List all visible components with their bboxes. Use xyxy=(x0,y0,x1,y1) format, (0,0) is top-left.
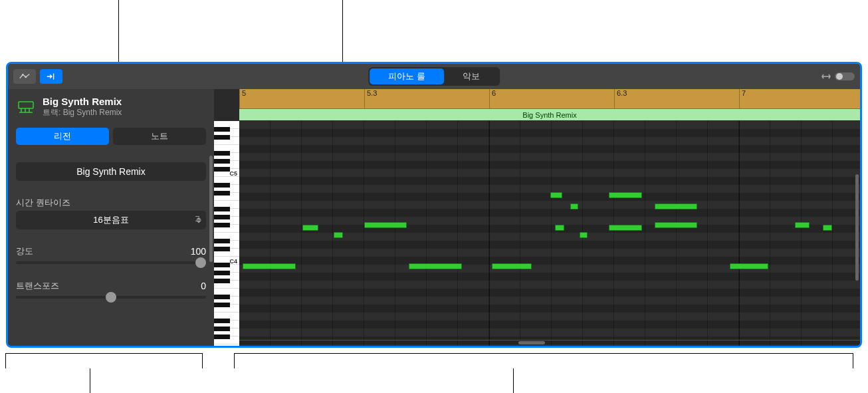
black-key[interactable] xyxy=(214,279,230,283)
midi-note[interactable] xyxy=(609,192,642,198)
editor-toolbar: 피아노 롤 악보 xyxy=(8,64,860,89)
midi-note[interactable] xyxy=(550,192,562,198)
black-key[interactable] xyxy=(214,223,230,227)
view-tabs: 피아노 롤 악보 xyxy=(368,67,500,86)
inspector-scrollbar[interactable] xyxy=(209,156,213,262)
strength-slider[interactable] xyxy=(16,261,206,264)
inspector-tab-region[interactable]: 리전 xyxy=(16,128,109,145)
black-key[interactable] xyxy=(214,327,230,331)
black-key[interactable] xyxy=(214,319,230,323)
midi-note[interactable] xyxy=(364,222,407,228)
tab-piano-roll[interactable]: 피아노 롤 xyxy=(370,68,444,84)
midi-note[interactable] xyxy=(243,263,296,269)
note-grid-area: 55.366.37 Big Synth Remix C5 C4 xyxy=(214,89,860,346)
region-track-label: 트랙: Big Synth Remix xyxy=(43,107,122,118)
transpose-slider[interactable] xyxy=(16,296,206,299)
vertical-scrollbar[interactable] xyxy=(855,174,859,281)
midi-note[interactable] xyxy=(655,203,697,209)
tab-score[interactable]: 악보 xyxy=(444,68,498,84)
midi-note[interactable] xyxy=(655,222,697,228)
ruler-mark: 5.3 xyxy=(364,89,377,108)
time-ruler[interactable]: 55.366.37 xyxy=(239,89,860,109)
midi-note[interactable] xyxy=(570,203,578,209)
black-key[interactable] xyxy=(214,303,230,307)
black-key[interactable] xyxy=(214,207,230,211)
key-label-c4: C4 xyxy=(229,258,237,265)
midi-note[interactable] xyxy=(302,225,318,231)
black-key[interactable] xyxy=(214,159,230,164)
ruler-mark: 5 xyxy=(239,89,246,108)
region-clip-bar[interactable]: Big Synth Remix xyxy=(239,109,860,121)
midi-note[interactable] xyxy=(492,263,532,269)
black-key[interactable] xyxy=(214,151,230,156)
black-key[interactable] xyxy=(214,215,230,219)
black-key[interactable] xyxy=(214,247,230,251)
inspector-tab-note[interactable]: 노트 xyxy=(113,128,206,145)
svg-point-1 xyxy=(25,76,27,78)
ruler-mark: 7 xyxy=(739,89,746,108)
midi-note[interactable] xyxy=(795,222,810,228)
midi-note-grid[interactable] xyxy=(239,121,860,346)
catch-playhead-button[interactable] xyxy=(40,69,62,84)
ruler-mark: 6.3 xyxy=(614,89,627,108)
ruler-mark: 6 xyxy=(489,89,496,108)
instrument-icon xyxy=(16,99,36,115)
quantize-select[interactable]: 16분음표 xyxy=(16,211,206,229)
midi-note[interactable] xyxy=(555,225,564,231)
midi-note[interactable] xyxy=(609,225,642,231)
black-key[interactable] xyxy=(214,183,230,188)
strength-value[interactable]: 100 xyxy=(191,246,206,257)
transpose-label: 트랜스포즈 xyxy=(16,280,59,292)
transpose-value[interactable]: 0 xyxy=(201,281,206,291)
black-key[interactable] xyxy=(214,135,230,140)
black-key[interactable] xyxy=(214,334,230,339)
piano-keyboard[interactable]: C5 C4 xyxy=(214,121,239,346)
horizontal-zoom[interactable] xyxy=(821,72,855,80)
svg-point-0 xyxy=(22,74,24,76)
midi-note[interactable] xyxy=(334,232,343,238)
region-name-field[interactable]: Big Synth Remix xyxy=(16,162,206,181)
midi-note[interactable] xyxy=(580,232,588,238)
quantize-label: 시간 퀀타이즈 xyxy=(16,197,206,209)
automation-tool-button[interactable] xyxy=(13,69,36,84)
black-key[interactable] xyxy=(214,127,230,132)
key-label-c5: C5 xyxy=(229,170,237,177)
inspector-panel: Big Synth Remix 트랙: Big Synth Remix 리전 노… xyxy=(8,89,214,346)
horizontal-scrollbar[interactable] xyxy=(518,341,545,344)
black-key[interactable] xyxy=(214,239,230,243)
black-key[interactable] xyxy=(214,167,230,172)
black-key[interactable] xyxy=(214,191,230,196)
region-name: Big Synth Remix xyxy=(43,96,122,107)
strength-label: 강도 xyxy=(16,245,33,257)
black-key[interactable] xyxy=(214,295,230,299)
black-key[interactable] xyxy=(214,271,230,275)
midi-note[interactable] xyxy=(409,263,462,269)
midi-note[interactable] xyxy=(730,263,768,269)
piano-roll-editor: 피아노 롤 악보 Big Synth Remix 트랙: Big Synth R… xyxy=(6,62,862,348)
midi-note[interactable] xyxy=(823,225,832,231)
black-key[interactable] xyxy=(214,263,230,267)
zoom-slider[interactable] xyxy=(835,72,855,80)
svg-rect-2 xyxy=(19,102,33,108)
